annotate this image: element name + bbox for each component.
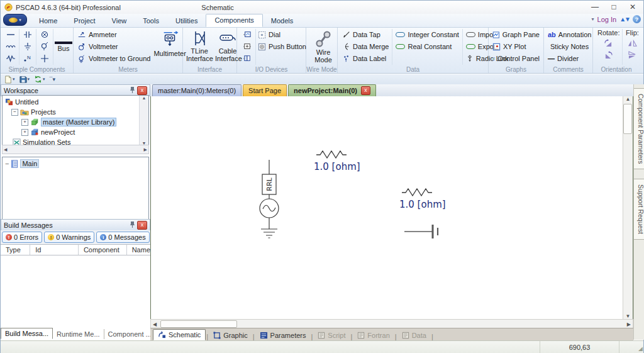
tab-runtime-messages[interactable]: Runtime Me... xyxy=(53,329,104,339)
workspace-close-icon[interactable]: x xyxy=(137,86,147,95)
pothead-button[interactable] xyxy=(38,41,52,52)
column-header-id[interactable]: Id xyxy=(30,245,79,255)
selector-device-button[interactable] xyxy=(240,41,254,52)
tab-data[interactable]: Data xyxy=(397,330,431,340)
tab-script[interactable]: Script xyxy=(313,330,350,340)
tline-interface-button[interactable]: TLine Interface xyxy=(185,29,214,65)
new-document-button[interactable]: ▾ xyxy=(3,75,16,84)
errors-filter-button[interactable]: ! 0 Errors xyxy=(2,232,42,243)
horizontal-scroll-thumb[interactable] xyxy=(160,320,237,328)
push-button-button[interactable]: Push Button xyxy=(256,41,308,52)
wire-mode-button[interactable]: Wire Mode xyxy=(308,29,338,67)
voltmeter-to-ground-button[interactable]: Voltmeter to Ground xyxy=(75,53,152,64)
workspace-horizontal-scrollbar[interactable]: ◀▶ xyxy=(2,145,149,154)
tree-item-newproject[interactable]: + newProject xyxy=(5,127,148,137)
ammeter-button[interactable]: Ammeter xyxy=(75,29,152,40)
doc-tab-master-meters[interactable]: master:Main(0):Meters(0) xyxy=(152,84,242,96)
flip-vertical-button[interactable] xyxy=(625,49,639,60)
collapse-expander-icon[interactable]: − xyxy=(5,160,9,167)
node-label-button[interactable]: N xyxy=(21,53,35,64)
scroll-left-icon[interactable]: ◀ xyxy=(4,147,7,152)
tab-home[interactable]: Home xyxy=(31,15,65,27)
tab-graphic[interactable]: Graphic xyxy=(209,330,252,340)
help-icon[interactable]: ? xyxy=(633,15,641,23)
column-header-name[interactable]: Name xyxy=(127,245,150,255)
tab-build-messages[interactable]: Build Messa... xyxy=(1,328,53,339)
ground-button[interactable] xyxy=(21,41,35,52)
ribbon-collapse-icon[interactable]: ▲▼ xyxy=(619,16,630,23)
tab-schematic[interactable]: Schematic xyxy=(153,329,206,340)
rotate-left-button[interactable] xyxy=(602,37,616,48)
doc-tab-close-icon[interactable]: x xyxy=(361,86,370,95)
application-menu-button[interactable]: ▾ xyxy=(3,14,27,26)
tree-item-projects[interactable]: − Projects xyxy=(5,107,148,117)
warnings-filter-button[interactable]: ! 0 Warnings xyxy=(44,232,94,243)
dial-button[interactable]: Dial xyxy=(256,29,308,40)
switch-device-button[interactable] xyxy=(240,53,254,64)
tab-models[interactable]: Models xyxy=(263,15,301,27)
expand-expander-icon[interactable]: + xyxy=(21,129,28,136)
scroll-up-icon[interactable]: ▲ xyxy=(626,96,631,102)
xy-plot-button[interactable]: XY Plot xyxy=(491,41,541,52)
tab-component-parameters[interactable]: Component ... xyxy=(104,329,156,339)
flip-horizontal-button[interactable] xyxy=(625,37,639,48)
tab-tools[interactable]: Tools xyxy=(135,15,167,27)
wire-button[interactable] xyxy=(4,29,18,40)
resistor1-value-label[interactable]: 1.0 [ohm] xyxy=(314,161,360,172)
pin-icon[interactable] xyxy=(130,221,135,230)
data-merge-button[interactable]: Data Merge xyxy=(341,41,391,52)
tab-project[interactable]: Project xyxy=(65,15,103,27)
data-tap-button[interactable]: Data Tap xyxy=(341,29,391,40)
customize-toolbar-button[interactable]: ¯▾ xyxy=(48,75,57,84)
minimize-button[interactable]: — xyxy=(586,1,604,13)
capacitor-button[interactable] xyxy=(21,29,35,40)
doc-tab-start-page[interactable]: Start Page xyxy=(243,84,287,96)
rotate-right-button[interactable] xyxy=(602,49,616,60)
tab-support-request-side[interactable]: Support Request xyxy=(634,179,644,240)
pin-icon[interactable] xyxy=(130,86,135,95)
divider-button[interactable]: — Divider xyxy=(546,53,591,64)
column-header-component[interactable]: Component xyxy=(79,245,127,255)
scroll-right-icon[interactable]: ▶ xyxy=(144,147,147,152)
tab-component-parameters-side[interactable]: Component Parameters xyxy=(634,88,644,169)
maximize-button[interactable]: □ xyxy=(604,1,623,13)
meter-device-button[interactable] xyxy=(240,29,254,40)
junction-button[interactable] xyxy=(38,53,52,64)
inductor-button[interactable] xyxy=(4,41,18,52)
log-in-button[interactable]: Log In xyxy=(597,16,617,23)
column-header-type[interactable]: Type xyxy=(1,245,30,255)
scroll-left-icon[interactable]: ◀ xyxy=(153,322,157,327)
bus-button[interactable]: Bus xyxy=(53,29,74,65)
scroll-down-icon[interactable]: ▼ xyxy=(626,313,631,319)
collapse-expander-icon[interactable]: − xyxy=(11,109,18,116)
data-label-button[interactable]: Data Label xyxy=(341,53,391,64)
port-button[interactable] xyxy=(38,29,52,40)
build-messages-close-icon[interactable]: x xyxy=(137,221,147,230)
tab-utilities[interactable]: Utilities xyxy=(167,15,206,27)
expand-expander-icon[interactable]: + xyxy=(21,119,28,126)
control-panel-button[interactable]: Control Panel xyxy=(491,53,541,64)
doc-tab-newproject-main[interactable]: newProject:Main(0) x xyxy=(288,84,376,96)
real-constant-button[interactable]: Real Constant xyxy=(394,41,460,52)
graph-pane-button[interactable]: Graph Pane xyxy=(491,29,541,40)
tree-item-master[interactable]: + master (Master Library) xyxy=(5,117,148,127)
scroll-up-icon[interactable]: ▲ xyxy=(142,96,147,100)
workspace-vertical-scrollbar[interactable]: ▲▼ xyxy=(139,96,148,145)
annotation-button[interactable]: ab Annotation xyxy=(546,29,591,40)
tab-fortran[interactable]: Fortran xyxy=(353,330,394,340)
voltmeter-button[interactable]: Voltmeter xyxy=(75,41,152,52)
tree-item-untitled[interactable]: Untitled xyxy=(5,97,148,107)
multimeter-button[interactable]: Multimeter xyxy=(152,29,187,65)
sticky-notes-button[interactable]: Sticky Notes xyxy=(546,41,591,52)
close-button[interactable]: ✕ xyxy=(623,1,642,13)
tab-view[interactable]: View xyxy=(104,15,135,27)
resistor-button[interactable] xyxy=(4,53,18,64)
resistor2-value-label[interactable]: 1.0 [ohm] xyxy=(399,199,446,210)
tab-parameters[interactable]: Parameters xyxy=(255,330,311,340)
resize-grip[interactable]: ◢ xyxy=(638,345,642,352)
integer-constant-button[interactable]: Integer Constant xyxy=(394,29,460,40)
scroll-right-icon[interactable]: ▶ xyxy=(627,322,631,327)
tree-item-main[interactable]: − Main xyxy=(3,159,148,169)
vertical-scroll-thumb[interactable] xyxy=(623,104,632,134)
source-branch-label[interactable]: RRL xyxy=(265,177,274,191)
